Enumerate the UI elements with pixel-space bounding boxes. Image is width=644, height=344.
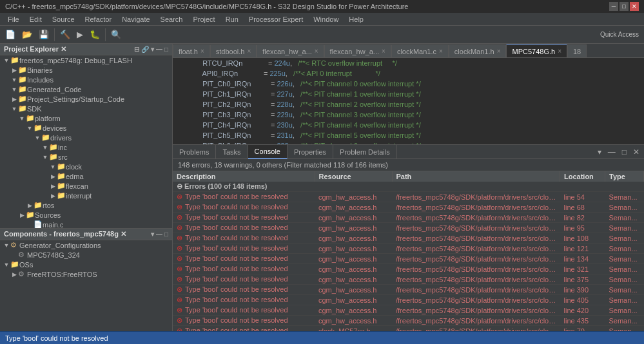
tree-toggle-icon[interactable]: ▼ [49, 164, 57, 170]
menu-item-search[interactable]: Search [155, 14, 188, 24]
toolbar-new[interactable]: 📄 [3, 28, 18, 41]
table-row[interactable]: ⊗Type 'bool' could not be resolvedcgm_hw… [173, 305, 644, 316]
table-row[interactable]: ⊗Type 'bool' could not be resolvedcgm_hw… [173, 213, 644, 223]
maximize-button[interactable]: □ [620, 2, 629, 11]
menu-item-help[interactable]: Help [344, 14, 369, 24]
editor-area[interactable]: RTCU_IRQn = 224u, /**< RTC overflow inte… [173, 58, 644, 144]
tree-toggle-icon[interactable]: ▶ [10, 67, 18, 73]
col-header-resource[interactable]: Resource [315, 171, 392, 182]
menu-item-processor expert[interactable]: Processor Expert [244, 14, 308, 24]
tree-toggle-icon[interactable]: ▼ [41, 154, 49, 160]
editor-tab-mpc5748g-h[interactable]: MPC5748G.h× [506, 44, 567, 57]
comp-toggle-icon[interactable]: ▼ [3, 242, 10, 249]
menu-item-edit[interactable]: Edit [24, 14, 47, 24]
menu-item-run[interactable]: Run [220, 14, 244, 24]
table-row[interactable]: ⊗Type 'bool' could not be resolvedcgm_hw… [173, 316, 644, 326]
tree-toggle-icon[interactable]: ▶ [49, 183, 57, 189]
table-row[interactable]: ⊗Type 'bool' could not be resolvedcgm_hw… [173, 192, 644, 202]
editor-tab-close-icon[interactable]: × [200, 48, 204, 55]
tree-toggle-icon[interactable]: ▶ [18, 212, 26, 218]
table-row[interactable]: ⊗Type 'bool' could not be resolvedclock_… [173, 326, 644, 332]
error-group-header[interactable]: ⊖ Errors (100 of 148 items) [173, 182, 644, 192]
table-row[interactable]: ⊗Type 'bool' could not be resolvedcgm_hw… [173, 285, 644, 295]
tree-item[interactable]: ▼📁drivers [0, 133, 172, 142]
toolbar-open[interactable]: 📂 [19, 28, 35, 41]
tree-toggle-icon[interactable]: ▶ [49, 173, 57, 180]
editor-tab-close-icon[interactable]: × [247, 48, 251, 55]
table-row[interactable]: ⊗Type 'bool' could not be resolvedcgm_hw… [173, 295, 644, 305]
link-editor-icon[interactable]: 🔗 [141, 46, 149, 53]
comp-tree-item[interactable]: ▶⚙FreeRTOS:FreeRTOS [0, 269, 172, 279]
collapse-all-icon[interactable]: ⊟ [134, 46, 139, 53]
table-row[interactable]: ⊗Type 'bool' could not be resolvedcgm_hw… [173, 244, 644, 254]
tree-item[interactable]: ▼📁platform [0, 113, 172, 123]
editor-tab-flexcan-hw-a---[interactable]: flexcan_hw_a...× [324, 44, 391, 57]
tree-item[interactable]: ▼📁src [0, 152, 172, 162]
editor-tab-clockman1-c[interactable]: clockMan1.c× [391, 44, 449, 57]
tree-toggle-icon[interactable]: ▼ [26, 125, 34, 131]
panel-menu-icon[interactable]: ▾ [151, 46, 154, 53]
editor-tab-clockman1-h[interactable]: clockMan1.h× [449, 44, 507, 57]
tree-item[interactable]: 📄main.c [0, 220, 172, 228]
tree-item[interactable]: ▶📁interrupt [0, 191, 172, 200]
tree-toggle-icon[interactable]: ▼ [3, 57, 10, 64]
toolbar-search[interactable]: 🔍 [108, 28, 124, 41]
col-header-location[interactable]: Location [560, 171, 605, 182]
minimize-panel-icon[interactable]: — [156, 46, 162, 53]
tree-toggle-icon[interactable]: ▼ [18, 115, 26, 122]
toolbar-debug[interactable]: 🐛 [87, 28, 102, 41]
tree-toggle-icon[interactable]: ▼ [34, 135, 41, 141]
tree-item[interactable]: ▼📁clock [0, 162, 172, 171]
editor-tab-close-icon[interactable]: × [315, 48, 318, 55]
comp-tree-item[interactable]: ⚙MPC5748G_324 [0, 250, 172, 260]
comp-min-icon[interactable]: — [156, 231, 162, 238]
col-header-type[interactable]: Type [605, 171, 644, 182]
tab-close-icon[interactable]: ✕ [631, 148, 641, 157]
comp-toggle-icon[interactable]: ▼ [3, 262, 10, 268]
menu-item-source[interactable]: Source [47, 14, 80, 24]
bottom-tab-problem-details[interactable]: Problem Details [333, 145, 397, 159]
editor-tab-18[interactable]: 18 [567, 44, 587, 57]
comp-tree-item[interactable]: ▼📁OSs [0, 260, 172, 269]
menu-item-file[interactable]: File [3, 14, 24, 24]
tab-actions-menu-icon[interactable]: ▾ [596, 148, 603, 157]
minimize-button[interactable]: ─ [609, 2, 618, 11]
bottom-tab-console[interactable]: Console [248, 145, 288, 159]
toolbar-run[interactable]: ▶ [74, 28, 86, 41]
table-row[interactable]: ⊗Type 'bool' could not be resolvedcgm_hw… [173, 264, 644, 274]
menu-item-window[interactable]: Window [308, 14, 344, 24]
col-header-description[interactable]: Description [173, 171, 315, 182]
menu-item-project[interactable]: Project [188, 14, 220, 24]
table-row[interactable]: ⊗Type 'bool' could not be resolvedcgm_hw… [173, 254, 644, 264]
toolbar-build[interactable]: 🔨 [57, 28, 73, 41]
table-row[interactable]: ⊗Type 'bool' could not be resolvedcgm_hw… [173, 274, 644, 285]
close-button[interactable]: ✕ [630, 2, 639, 11]
menu-item-navigate[interactable]: Navigate [117, 14, 155, 24]
bottom-tab-tasks[interactable]: Tasks [216, 145, 248, 159]
tree-item[interactable]: ▶📁edma [0, 171, 172, 181]
comp-menu-icon[interactable]: ▾ [151, 231, 154, 238]
tree-item[interactable]: ▼📁devices [0, 123, 172, 133]
tree-item[interactable]: ▼📁freertos_mpc5748g: Debug_FLASH [0, 55, 172, 65]
comp-toggle-icon[interactable]: ▶ [10, 271, 18, 278]
table-row[interactable]: ⊗Type 'bool' could not be resolvedcgm_hw… [173, 233, 644, 244]
comp-tree-item[interactable]: ▼⚙Generator_Configurations [0, 240, 172, 250]
tree-toggle-icon[interactable]: ▼ [41, 144, 49, 151]
tree-toggle-icon[interactable]: ▼ [10, 86, 18, 93]
quick-access-button[interactable]: Quick Access [598, 30, 641, 39]
tree-toggle-icon[interactable]: ▼ [10, 77, 18, 83]
menu-item-refactor[interactable]: Refactor [80, 14, 117, 24]
tree-toggle-icon[interactable]: ▼ [10, 106, 18, 112]
tree-toggle-icon[interactable]: ▶ [26, 202, 34, 209]
tree-item[interactable]: ▼📁inc [0, 142, 172, 152]
tree-item[interactable]: ▶📁Binaries [0, 65, 172, 75]
console-table[interactable]: Description Resource Path Location Type … [173, 171, 644, 331]
tab-maximize-icon[interactable]: □ [620, 148, 629, 157]
tree-item[interactable]: ▶📁flexcan [0, 181, 172, 191]
tree-item[interactable]: ▶📁Project_Settings/Startup_Code [0, 94, 172, 104]
editor-tab-close-icon[interactable]: × [497, 48, 501, 55]
tree-item[interactable]: ▶📁rtos [0, 200, 172, 210]
editor-tab-float-h[interactable]: float.h× [173, 44, 210, 57]
tree-item[interactable]: ▼📁Generated_Code [0, 84, 172, 94]
editor-tab-stdbool-h[interactable]: stdbool.h× [210, 44, 257, 57]
